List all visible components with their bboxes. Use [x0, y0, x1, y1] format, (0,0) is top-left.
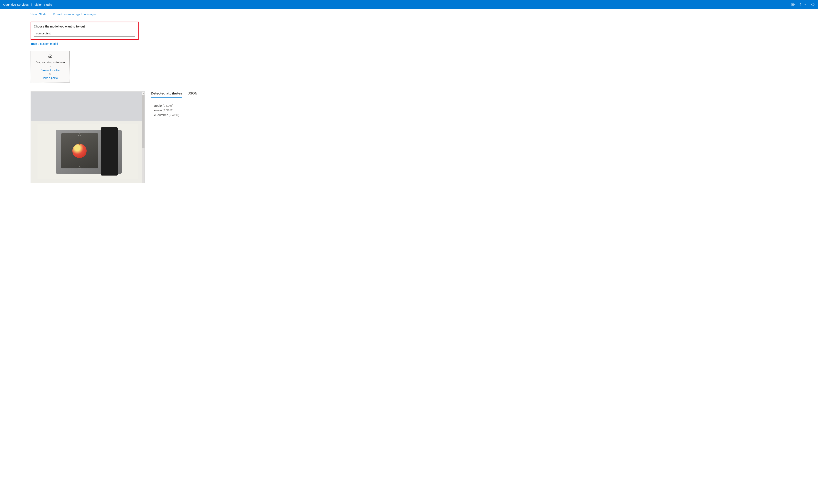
breadcrumb-current[interactable]: Extract common tags from images	[53, 13, 96, 16]
header-title-group: Cognitive Services | Vision Studio	[3, 3, 52, 6]
feedback-smile-icon[interactable]	[811, 3, 815, 6]
results-column: Detected attributes JSON apple (94.0%) o…	[151, 91, 273, 186]
svg-point-0	[793, 4, 794, 5]
attribute-score: (94.0%)	[163, 104, 173, 107]
scroll-thumb[interactable]	[142, 95, 144, 148]
attribute-score: (3.58%)	[163, 109, 173, 112]
chevron-right-icon	[49, 13, 51, 16]
product-name: Vision Studio	[34, 3, 52, 6]
main-content: Vision Studio Extract common tags from i…	[0, 9, 818, 186]
model-select[interactable]: contosotest	[34, 30, 135, 37]
vertical-scrollbar[interactable]: ▴	[142, 92, 144, 183]
scroll-track[interactable]	[142, 95, 144, 183]
browse-file-link[interactable]: Browse for a file	[41, 69, 59, 72]
model-select-value: contosotest	[36, 32, 51, 35]
scroll-up-icon[interactable]: ▴	[143, 92, 144, 95]
scale-body: ▽ △	[56, 130, 122, 174]
upload-or-1: or	[49, 65, 51, 68]
attribute-name: cucumber	[154, 113, 168, 117]
app-header: Cognitive Services | Vision Studio	[0, 0, 818, 9]
results-tabs: Detected attributes JSON	[151, 91, 273, 98]
attribute-score: (2.41%)	[168, 113, 179, 117]
chevron-down-icon	[803, 3, 807, 6]
upload-drag-text: Drag and drop a file here	[35, 61, 65, 64]
gear-icon[interactable]	[791, 3, 795, 6]
scale-tray: ▽ △	[61, 133, 98, 168]
file-upload-dropzone[interactable]: Drag and drop a file here or Browse for …	[31, 51, 70, 82]
main-row: ▽ △ ▴ Detected attributes JSON	[31, 91, 787, 186]
attribute-name: apple	[154, 104, 162, 107]
breadcrumb-root[interactable]: Vision Studio	[31, 13, 47, 16]
list-item: onion (3.58%)	[154, 109, 270, 112]
image-preview-column: ▽ △ ▴	[31, 91, 145, 183]
apple-object	[72, 144, 87, 158]
image-preview: ▽ △ ▴	[31, 91, 145, 183]
train-custom-model-link[interactable]: Train a custom model	[31, 42, 58, 45]
svg-point-4	[813, 4, 814, 4]
tab-json[interactable]: JSON	[188, 91, 197, 98]
svg-point-2	[811, 3, 814, 6]
results-panel: apple (94.0%) onion (3.58%) cucumber (2.…	[151, 101, 273, 186]
cloud-upload-icon	[47, 54, 53, 59]
attribute-name: onion	[154, 109, 162, 112]
help-menu[interactable]	[799, 3, 807, 6]
take-photo-link[interactable]: Take a photo	[43, 76, 58, 79]
list-item: apple (94.0%)	[154, 104, 270, 107]
brand-name: Cognitive Services	[3, 3, 29, 6]
upload-or-2: or	[49, 72, 51, 76]
triangle-down-icon: ▽	[78, 133, 81, 137]
model-chooser-panel: Choose the model you want to try out con…	[31, 22, 139, 40]
triangle-up-icon: △	[78, 165, 81, 169]
preview-scene: ▽ △	[31, 92, 144, 183]
model-chooser-label: Choose the model you want to try out	[34, 25, 135, 28]
help-icon	[799, 3, 803, 6]
tab-detected-attributes[interactable]: Detected attributes	[151, 91, 182, 98]
svg-point-1	[800, 5, 801, 5]
header-divider: |	[31, 3, 32, 6]
chevron-down-icon	[131, 32, 133, 35]
scale-display-panel	[101, 127, 118, 176]
header-actions	[791, 3, 815, 6]
list-item: cucumber (2.41%)	[154, 113, 270, 117]
breadcrumb: Vision Studio Extract common tags from i…	[31, 9, 787, 22]
